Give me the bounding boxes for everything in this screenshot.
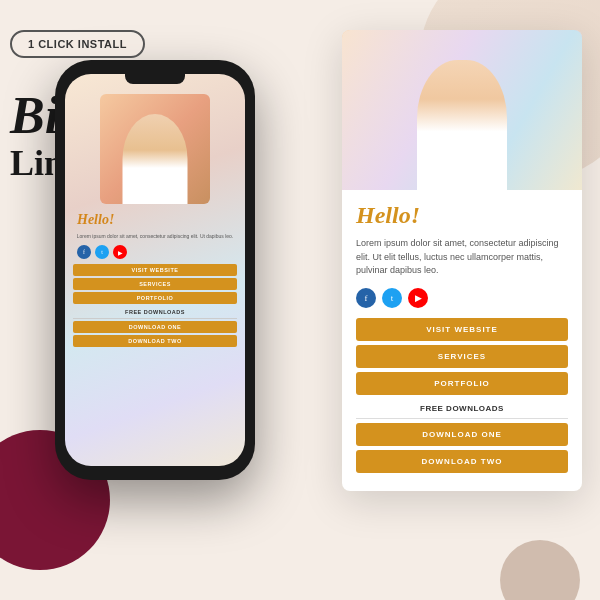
preview-btn-services[interactable]: SERVICES [356, 345, 568, 368]
preview-content: Hello! Lorem ipsum dolor sit amet, conse… [342, 190, 582, 491]
preview-profile-photo [342, 30, 582, 190]
blob-decoration-bottom-right [500, 540, 580, 600]
phone-hello-text: Hello! [73, 212, 114, 228]
preview-btn-download-one[interactable]: DOWNLOAD ONE [356, 423, 568, 446]
phone-notch [125, 74, 185, 84]
phone-twitter-icon: t [95, 245, 109, 259]
preview-person-figure [417, 60, 507, 190]
preview-social-icons: f t ▶ [356, 288, 568, 308]
phone-body-text: Lorem ipsum dolor sit amet, consectetur … [77, 233, 233, 240]
phone-social-icons: f t ▶ [73, 245, 127, 259]
preview-twitter-icon: t [382, 288, 402, 308]
click-install-badge: 1 CLICK INSTALL [10, 30, 145, 58]
preview-card: Hello! Lorem ipsum dolor sit amet, conse… [342, 30, 582, 491]
preview-body-text: Lorem ipsum dolor sit amet, consectetur … [356, 237, 568, 278]
preview-btn-portfolio[interactable]: PORTFOLIO [356, 372, 568, 395]
preview-btn-visit-website[interactable]: VISIT WEBSITE [356, 318, 568, 341]
phone-mockup: Hello! Lorem ipsum dolor sit amet, conse… [55, 60, 255, 480]
preview-youtube-icon: ▶ [408, 288, 428, 308]
phone-profile-photo [100, 94, 210, 204]
badge-label: 1 CLICK INSTALL [28, 38, 127, 50]
preview-hello-text: Hello! [356, 202, 568, 229]
phone-btn-download-one[interactable]: DOWNLOAD ONE [73, 321, 237, 333]
phone-btn-visit-website[interactable]: VISIT WEBSITE [73, 264, 237, 276]
phone-btn-portfolio[interactable]: PORTFOLIO [73, 292, 237, 304]
phone-frame: Hello! Lorem ipsum dolor sit amet, conse… [55, 60, 255, 480]
preview-btn-download-two[interactable]: DOWNLOAD TWO [356, 450, 568, 473]
phone-btn-free-downloads[interactable]: FREE DOWNLOADS [73, 306, 237, 319]
phone-screen: Hello! Lorem ipsum dolor sit amet, conse… [65, 74, 245, 466]
preview-facebook-icon: f [356, 288, 376, 308]
phone-btn-services[interactable]: SERVICES [73, 278, 237, 290]
phone-btn-download-two[interactable]: DOWNLOAD TWO [73, 335, 237, 347]
phone-facebook-icon: f [77, 245, 91, 259]
phone-youtube-icon: ▶ [113, 245, 127, 259]
preview-btn-free-downloads[interactable]: FREE DOWNLOADS [356, 399, 568, 419]
phone-person-figure [123, 114, 188, 204]
